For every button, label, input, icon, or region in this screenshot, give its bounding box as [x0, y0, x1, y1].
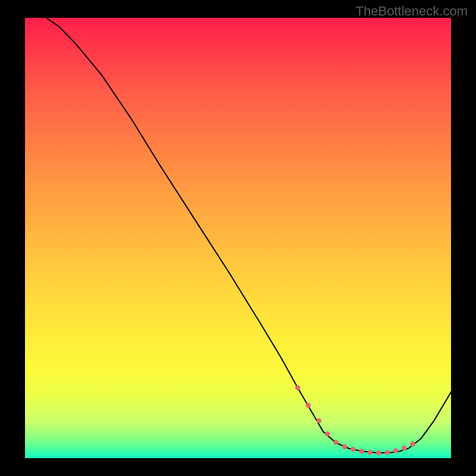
marker-dot	[342, 444, 347, 449]
watermark-text: TheBottleneck.com	[356, 4, 468, 19]
marker-dot	[295, 385, 300, 390]
marker-dot	[376, 450, 381, 455]
marker-dot	[402, 446, 406, 450]
marker-dot	[325, 431, 330, 436]
marker-dot	[359, 449, 364, 453]
chart-svg	[25, 18, 451, 458]
marker-dot	[333, 440, 338, 444]
marker-dot	[306, 403, 311, 408]
marker-dot	[317, 418, 321, 423]
marker-dot	[393, 448, 398, 453]
chart-markers	[295, 385, 415, 455]
marker-dot	[368, 450, 372, 455]
chart-curve	[46, 18, 451, 453]
marker-dot	[350, 447, 355, 452]
marker-dot	[410, 441, 415, 446]
marker-dot	[384, 450, 389, 455]
chart-plot-area	[25, 18, 451, 458]
